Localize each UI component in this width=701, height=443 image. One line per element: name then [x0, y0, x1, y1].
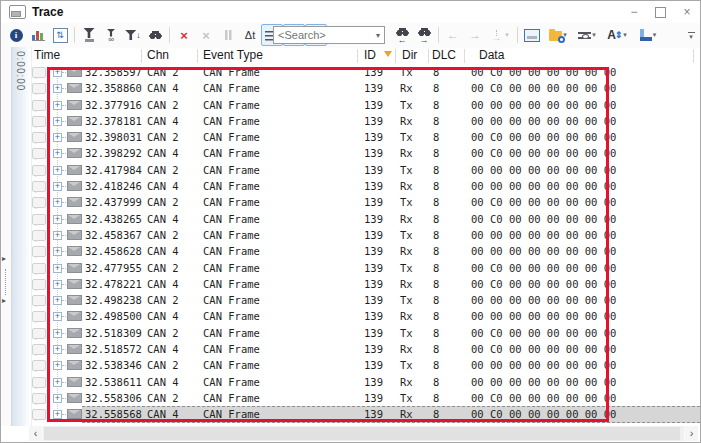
header-separator[interactable] — [464, 49, 465, 63]
table-row[interactable]: + 32.518572 CAN 4 CAN Frame 139 Rx 8 00 … — [29, 341, 700, 357]
table-row[interactable]: + 32.538611 CAN 4 CAN Frame 139 Rx 8 00 … — [29, 374, 700, 390]
maximize-button[interactable] — [655, 7, 666, 18]
delta-time-button[interactable]: Δt — [239, 24, 261, 46]
expand-icon[interactable]: + — [53, 264, 62, 273]
table-row[interactable]: + 32.398292 CAN 4 CAN Frame 139 Rx 8 00 … — [29, 145, 700, 161]
expand-icon[interactable]: + — [53, 149, 62, 158]
table-row[interactable]: + 32.438265 CAN 4 CAN Frame 139 Rx 8 00 … — [29, 211, 700, 227]
column-header-dir[interactable]: Dir — [402, 48, 417, 62]
view-filter-button[interactable]: ∞ — [100, 24, 122, 46]
expand-icon[interactable]: + — [53, 68, 62, 77]
column-header-chn[interactable]: Chn — [147, 48, 169, 62]
table-row[interactable]: + 32.417984 CAN 2 CAN Frame 139 Tx 8 00 … — [29, 162, 700, 178]
column-header-event[interactable]: Event Type — [203, 48, 263, 62]
header-separator[interactable] — [395, 49, 396, 63]
cell-id: 139 — [364, 262, 383, 274]
table-row[interactable]: + 32.478221 CAN 4 CAN Frame 139 Rx 8 00 … — [29, 276, 700, 292]
statistics-button[interactable] — [27, 24, 49, 46]
column-header-time[interactable]: Time — [34, 48, 60, 62]
table-row[interactable]: + 32.418246 CAN 4 CAN Frame 139 Rx 8 00 … — [29, 178, 700, 194]
expand-icon[interactable]: + — [53, 378, 62, 387]
table-row[interactable]: + 32.377916 CAN 2 CAN Frame 139 Tx 8 00 … — [29, 97, 700, 113]
expand-icon[interactable]: + — [53, 296, 62, 305]
glasses-icon: ∞ — [108, 37, 114, 42]
header-separator[interactable] — [428, 49, 429, 63]
expand-icon[interactable]: + — [53, 394, 62, 403]
find-next-button[interactable]: → — [413, 24, 435, 46]
search-input[interactable] — [274, 29, 372, 41]
filter-funnel-icon — [84, 28, 95, 38]
row-display-button[interactable]: ▾ — [573, 24, 601, 46]
table-row[interactable]: + 32.458628 CAN 4 CAN Frame 139 Rx 8 00 … — [29, 243, 700, 259]
scrollbar-track[interactable] — [43, 426, 684, 441]
table-row[interactable]: + 32.558306 CAN 2 CAN Frame 139 Tx 8 00 … — [29, 390, 700, 406]
column-header-id[interactable]: ID — [364, 48, 376, 62]
table-row[interactable]: + 32.437999 CAN 2 CAN Frame 139 Tx 8 00 … — [29, 194, 700, 210]
filter-sort-button[interactable]: ↓ — [122, 24, 144, 46]
expand-icon[interactable]: + — [53, 133, 62, 142]
cell-dir: Tx — [400, 327, 413, 339]
expand-icon[interactable]: + — [53, 329, 62, 338]
expand-icon[interactable]: + — [53, 101, 62, 110]
table-row[interactable]: + 32.458367 CAN 2 CAN Frame 139 Tx 8 00 … — [29, 227, 700, 243]
scrollbar-thumb[interactable] — [44, 427, 680, 440]
table-row[interactable]: + 32.378181 CAN 4 CAN Frame 139 Rx 8 00 … — [29, 113, 700, 129]
header-separator[interactable] — [197, 49, 198, 63]
expand-icon[interactable]: + — [53, 84, 62, 93]
cell-data: 00 00 00 00 00 00 00 00 — [471, 99, 616, 111]
filter-messages-button[interactable] — [78, 24, 100, 46]
splitter-arrow-icon[interactable]: ▸ — [2, 297, 6, 305]
expand-icon[interactable]: + — [53, 345, 62, 354]
header-separator[interactable] — [357, 49, 358, 63]
table-row[interactable]: + 32.538346 CAN 2 CAN Frame 139 Tx 8 00 … — [29, 357, 700, 373]
table-row[interactable]: + 32.398031 CAN 2 CAN Frame 139 Tx 8 00 … — [29, 129, 700, 145]
font-resize-icon: ⇕ — [615, 30, 623, 40]
header-separator[interactable] — [693, 49, 694, 63]
expand-icon[interactable]: + — [53, 198, 62, 207]
splitter-arrow-icon[interactable]: ▸ — [2, 255, 6, 263]
expand-icon[interactable]: + — [53, 231, 62, 240]
column-header-data[interactable]: Data — [479, 48, 504, 62]
column-header-dlc[interactable]: DLC — [432, 48, 456, 62]
chevron-down-icon[interactable]: ▾ — [372, 31, 384, 40]
search-combobox[interactable]: ▾ — [273, 26, 385, 44]
table-row[interactable]: + 32.358860 CAN 4 CAN Frame 139 Rx 8 00 … — [29, 80, 700, 96]
expand-icon[interactable]: + — [53, 280, 62, 289]
cell-event-type: CAN Frame — [203, 115, 260, 127]
logging-config-button[interactable]: ▾ — [543, 24, 573, 46]
info-button[interactable]: i — [5, 24, 27, 46]
clear-trace-button[interactable]: × — [173, 24, 195, 46]
sidebar-splitter[interactable]: ▸ ▸ — [1, 47, 12, 426]
expand-icon[interactable]: + — [53, 166, 62, 175]
table-row[interactable]: + 32.498238 CAN 2 CAN Frame 139 Tx 8 00 … — [29, 292, 700, 308]
comment-bubble-icon — [32, 230, 46, 241]
table-row[interactable]: + 32.498500 CAN 4 CAN Frame 139 Rx 8 00 … — [29, 308, 700, 324]
header-separator[interactable] — [141, 49, 142, 63]
table-row[interactable]: + 32.477955 CAN 2 CAN Frame 139 Tx 8 00 … — [29, 260, 700, 276]
close-button[interactable]: × — [680, 1, 694, 23]
toolbar-separator — [438, 27, 439, 43]
expand-icon[interactable]: + — [53, 361, 62, 370]
splitter-handle[interactable] — [5, 269, 6, 295]
expand-icon[interactable]: + — [53, 312, 62, 321]
comment-bubble-icon — [32, 295, 46, 306]
minimize-button[interactable]: − — [627, 1, 641, 23]
table-row[interactable]: + 32.518309 CAN 2 CAN Frame 139 Tx 8 00 … — [29, 325, 700, 341]
fit-columns-button[interactable]: ⇅ — [49, 24, 71, 46]
expand-icon[interactable]: + — [53, 117, 62, 126]
expand-icon[interactable]: + — [53, 410, 62, 419]
layout-button[interactable]: ▾ — [633, 24, 663, 46]
table-row[interactable]: + 32.558568 CAN 4 CAN Frame 139 Rx 8 00 … — [29, 406, 700, 422]
detail-view-button[interactable] — [521, 24, 543, 46]
scroll-right-button[interactable]: › — [685, 426, 698, 441]
table-row[interactable]: + 32.358597 CAN 2 CAN Frame 139 Tx 8 00 … — [29, 64, 700, 80]
scroll-left-button[interactable]: ‹ — [29, 426, 42, 441]
cell-time: 32.418246 — [85, 180, 142, 192]
expand-icon[interactable]: + — [53, 182, 62, 191]
font-size-button[interactable]: A⇕▾ — [601, 24, 633, 46]
find-previous-button[interactable]: ← — [391, 24, 413, 46]
expand-icon[interactable]: + — [53, 215, 62, 224]
expand-icon[interactable]: + — [53, 247, 62, 256]
toolbar-overflow-button[interactable]: ▾ — [685, 27, 697, 43]
find-button[interactable] — [144, 24, 166, 46]
